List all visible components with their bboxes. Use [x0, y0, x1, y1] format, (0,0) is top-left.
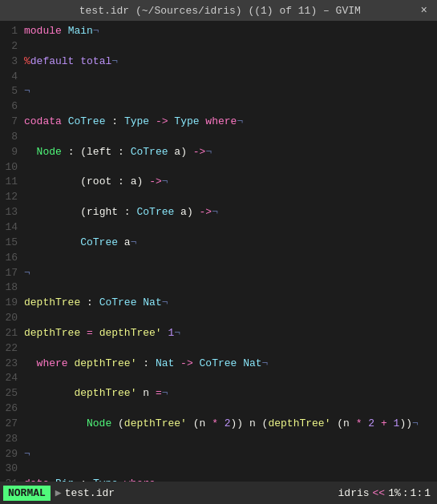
line-num: 5 — [3, 84, 18, 99]
code-line: Node (depthTree' (n * 2)) n (depthTree' … — [24, 417, 434, 432]
code-line: Node : (left : CoTree a) ->¬ — [24, 145, 434, 160]
code-line: module Main¬ — [24, 24, 434, 39]
line-num: 6 — [3, 99, 18, 115]
code-line: where depthTree' : Nat -> CoTree Nat¬ — [24, 357, 434, 372]
status-percent: 1% — [388, 487, 401, 499]
status-lang: idris — [338, 487, 370, 499]
line-num: 20 — [3, 311, 18, 326]
line-num: 3 — [3, 54, 18, 70]
line-num: 27 — [3, 417, 18, 432]
code-line: CoTree a¬ — [24, 236, 434, 251]
line-num: 7 — [3, 115, 18, 130]
line-num: 14 — [3, 220, 18, 236]
line-numbers: 1 2 3 4 5 6 7 8 9 10 11 12 13 14 15 16 1… — [0, 21, 22, 482]
code-line: depthTree' n =¬ — [24, 386, 434, 401]
line-num: 1 — [3, 24, 18, 39]
line-num: 30 — [3, 462, 18, 477]
line-num: 21 — [3, 326, 18, 341]
line-num: 26 — [3, 401, 18, 417]
code-line: (root : a) ->¬ — [24, 175, 434, 190]
line-num: 28 — [3, 432, 18, 447]
line-num: 19 — [3, 296, 18, 311]
statusbar: NORMAL ▶ test.idr idris << 1% : 1: 1 — [0, 482, 437, 504]
code-line: (right : CoTree a) ->¬ — [24, 205, 434, 220]
status-colon1: : — [403, 487, 409, 499]
code-line: ¬ — [24, 84, 434, 99]
editor-area: 1 2 3 4 5 6 7 8 9 10 11 12 13 14 15 16 1… — [0, 21, 437, 482]
status-col: 1 — [424, 487, 434, 499]
code-line: ¬ — [24, 266, 434, 281]
line-num: 9 — [3, 145, 18, 160]
status-linenum: 1: — [411, 487, 423, 499]
titlebar-title: test.idr (~/Sources/idris) ((1) of 11) –… — [22, 5, 418, 17]
line-num: 18 — [3, 280, 18, 296]
code-content[interactable]: module Main¬ %default total¬ ¬ codata Co… — [22, 21, 437, 482]
status-filename: test.idr — [65, 487, 201, 499]
line-num: 24 — [3, 371, 18, 386]
mode-badge: NORMAL — [3, 486, 51, 501]
line-num: 8 — [3, 130, 18, 145]
code-line: %default total¬ — [24, 54, 434, 70]
line-num: 15 — [3, 236, 18, 251]
code-line: depthTree : CoTree Nat¬ — [24, 296, 434, 311]
line-num: 10 — [3, 160, 18, 175]
line-num: 4 — [3, 70, 18, 85]
line-num: 29 — [3, 447, 18, 462]
line-num: 11 — [3, 175, 18, 190]
line-num: 12 — [3, 190, 18, 205]
mode-separator: ▶ — [55, 486, 62, 499]
line-num: 17 — [3, 266, 18, 281]
vim-window: test.idr (~/Sources/idris) ((1) of 11) –… — [0, 0, 437, 504]
code-line: depthTree = depthTree' 1¬ — [24, 326, 434, 341]
line-num: 23 — [3, 357, 18, 372]
line-num: 13 — [3, 205, 18, 220]
close-icon[interactable]: × — [418, 4, 431, 17]
line-num: 22 — [3, 341, 18, 357]
line-num: 2 — [3, 39, 18, 54]
code-line: codata CoTree : Type -> Type where¬ — [24, 115, 434, 130]
line-num: 16 — [3, 251, 18, 266]
code-line: ¬ — [24, 447, 434, 462]
line-num: 25 — [3, 386, 18, 401]
status-sep: << — [373, 487, 386, 499]
titlebar: test.idr (~/Sources/idris) ((1) of 11) –… — [0, 0, 437, 21]
